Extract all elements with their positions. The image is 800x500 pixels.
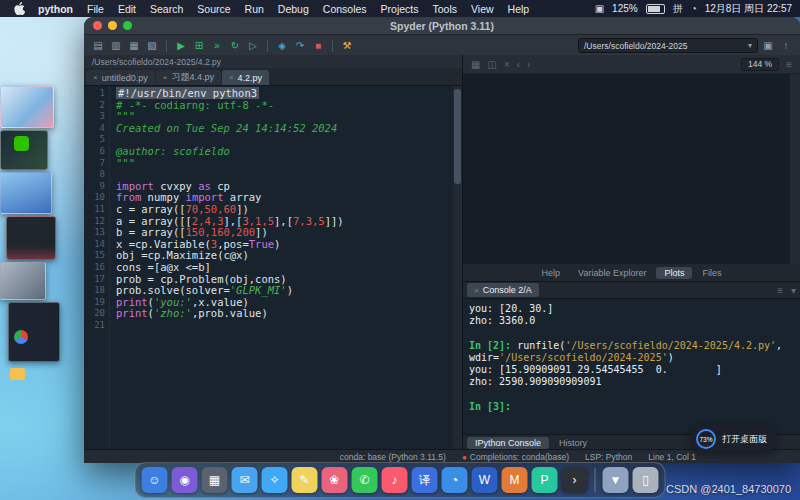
pane-tab-plots[interactable]: Plots: [656, 267, 692, 279]
close-tab-icon[interactable]: ×: [163, 73, 168, 82]
editor-tab-untitled0.py[interactable]: ×untitled0.py: [86, 70, 155, 85]
apple-menu[interactable]: [8, 2, 31, 15]
new-file-button[interactable]: ▤: [90, 38, 106, 54]
next-plot-icon[interactable]: ›: [527, 59, 530, 70]
scrollbar-thumb[interactable]: [454, 89, 461, 184]
rerun-cell-button[interactable]: ↻: [227, 38, 243, 54]
menu-debug[interactable]: Debug: [271, 3, 316, 15]
line-number: 7: [84, 158, 105, 170]
wechat-desktop-icon[interactable]: [14, 136, 29, 151]
close-tab-icon[interactable]: ×: [229, 73, 234, 82]
menu-search[interactable]: Search: [143, 3, 190, 15]
debug-file-button[interactable]: ◈: [274, 38, 290, 54]
run-file-button[interactable]: ▶: [173, 38, 189, 54]
menu-projects[interactable]: Projects: [374, 3, 426, 15]
main-toolbar-buttons: ▤▥▦▧▶⊞»↻▷◈↷■⚒: [90, 38, 355, 54]
console-list-icon[interactable]: ≡: [777, 285, 783, 296]
dock-matlab[interactable]: M: [502, 467, 528, 493]
pane-tab-help[interactable]: Help: [534, 267, 569, 279]
status-lsp[interactable]: LSP: Python: [585, 452, 632, 462]
status-completions[interactable]: ●Completions: conda(base): [462, 452, 569, 462]
dock-wechat[interactable]: ✆: [352, 467, 378, 493]
menubar-clock[interactable]: 12月8日 周日 22:57: [705, 2, 792, 16]
status-conda[interactable]: conda: base (Python 3.11.5): [340, 452, 446, 462]
dock-finder[interactable]: ☺: [142, 467, 168, 493]
run-selection-button[interactable]: ▷: [245, 38, 261, 54]
window-titlebar[interactable]: Spyder (Python 3.11): [84, 17, 800, 35]
menu-file[interactable]: File: [80, 3, 111, 15]
dock-word[interactable]: W: [472, 467, 498, 493]
dock-netdisk[interactable]: ◔: [442, 467, 468, 493]
copy-plot-icon[interactable]: ◫: [487, 59, 496, 70]
folder-desktop-icon[interactable]: [10, 368, 25, 380]
dock-translate[interactable]: 译: [412, 467, 438, 493]
console-options-icon[interactable]: ▾: [791, 285, 796, 296]
parent-directory-button[interactable]: ↑: [778, 38, 794, 54]
dock-pycharm[interactable]: P: [532, 467, 558, 493]
dock-terminal[interactable]: ›: [562, 467, 588, 493]
console-tab[interactable]: × Console 2/A: [467, 283, 539, 297]
dock-launchpad[interactable]: ▦: [202, 467, 228, 493]
pane-tab-variable-explorer[interactable]: Variable Explorer: [570, 267, 654, 279]
menu-tools[interactable]: Tools: [426, 3, 465, 15]
dock-safari[interactable]: ✧: [262, 467, 288, 493]
stop-button[interactable]: ■: [310, 38, 326, 54]
menu-source[interactable]: Source: [190, 3, 237, 15]
dock-mail[interactable]: ✉: [232, 467, 258, 493]
dock-photos[interactable]: ❀: [322, 467, 348, 493]
screen-mirroring-widget[interactable]: 73% 打开桌面版: [691, 426, 777, 452]
desktop-window-thumbnail[interactable]: [0, 262, 46, 300]
pane-options-icon[interactable]: ≡: [786, 59, 792, 70]
pane-tab-files[interactable]: Files: [694, 267, 729, 279]
editor-tab-习题4.4.py[interactable]: ×习题4.4.py: [156, 70, 221, 85]
dock-siri[interactable]: ◉: [172, 467, 198, 493]
run-cell-advance-button[interactable]: »: [209, 38, 225, 54]
working-directory-selector[interactable]: /Users/scofieldo/2024-2025 ▾: [578, 38, 758, 53]
terminal-icon: ›: [573, 473, 577, 487]
console-line: [469, 327, 794, 339]
open-file-button[interactable]: ▥: [108, 38, 124, 54]
menu-help[interactable]: Help: [501, 3, 537, 15]
menu-edit[interactable]: Edit: [111, 3, 143, 15]
dock-trash[interactable]: ▯: [633, 467, 659, 493]
desktop-window-thumbnail[interactable]: [6, 216, 56, 260]
menu-view[interactable]: View: [464, 3, 501, 15]
menu-consoles[interactable]: Consoles: [316, 3, 374, 15]
browse-directory-button[interactable]: ▣: [760, 38, 776, 54]
editor-tab-4.2.py[interactable]: ×4.2.py: [222, 70, 269, 85]
console-tab-ipython-console[interactable]: IPython Console: [467, 437, 549, 449]
working-directory-value: /Users/scofieldo/2024-2025: [584, 41, 687, 51]
editor-scrollbar[interactable]: [453, 86, 462, 450]
dock-music[interactable]: ♪: [382, 467, 408, 493]
line-number: 9: [84, 181, 105, 193]
battery-icon[interactable]: [646, 4, 665, 14]
tab-label: 习题4.4.py: [171, 71, 214, 84]
menu-run[interactable]: Run: [238, 3, 271, 15]
save-all-button[interactable]: ▧: [144, 38, 160, 54]
remove-plot-icon[interactable]: ×: [504, 59, 510, 70]
input-method-icon[interactable]: 拼: [673, 2, 683, 16]
step-over-button[interactable]: ↷: [292, 38, 308, 54]
plots-scrollbar[interactable]: [790, 74, 800, 264]
save-file-button[interactable]: ▦: [126, 38, 142, 54]
preferences-button[interactable]: ⚒: [339, 38, 355, 54]
close-tab-icon[interactable]: ×: [93, 73, 98, 82]
dock-notes[interactable]: ✎: [292, 467, 318, 493]
console-line: In [2]: runfile('/Users/scofieldo/2024-2…: [469, 340, 794, 352]
console-body[interactable]: you: [20. 30.]zho: 3360.0 In [2]: runfil…: [463, 299, 800, 434]
desktop-window-thumbnail[interactable]: [0, 86, 54, 128]
dock-downloads[interactable]: ▼: [603, 467, 629, 493]
run-cell-button[interactable]: ⊞: [191, 38, 207, 54]
chrome-desktop-icon[interactable]: [14, 330, 28, 344]
console-tab-history[interactable]: History: [551, 437, 595, 449]
code-editor[interactable]: 123456789101112131415161718192021 #!/usr…: [84, 86, 462, 450]
close-console-icon[interactable]: ×: [474, 286, 479, 295]
control-center-icon[interactable]: ◔: [691, 3, 697, 14]
app-menu-python[interactable]: python: [31, 3, 80, 15]
previous-plot-icon[interactable]: ‹: [517, 59, 520, 70]
zoom-level[interactable]: 144 %: [741, 58, 779, 71]
desktop-window-thumbnail[interactable]: [0, 172, 52, 214]
code-line: # -*- codiarng: utf-8 -*-: [116, 100, 462, 112]
save-plot-icon[interactable]: ▦: [471, 59, 480, 70]
screen-mirroring-icon[interactable]: ▣: [595, 3, 604, 14]
